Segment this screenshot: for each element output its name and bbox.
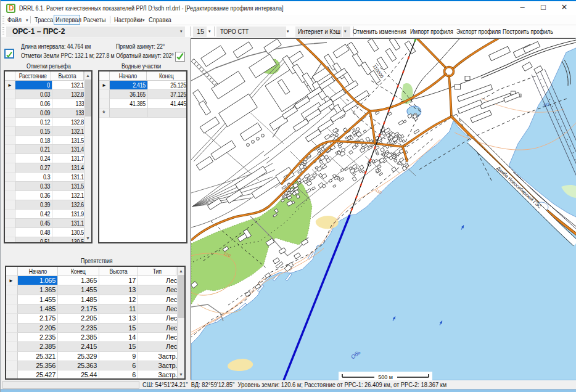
- svg-text:500 м: 500 м: [378, 374, 393, 380]
